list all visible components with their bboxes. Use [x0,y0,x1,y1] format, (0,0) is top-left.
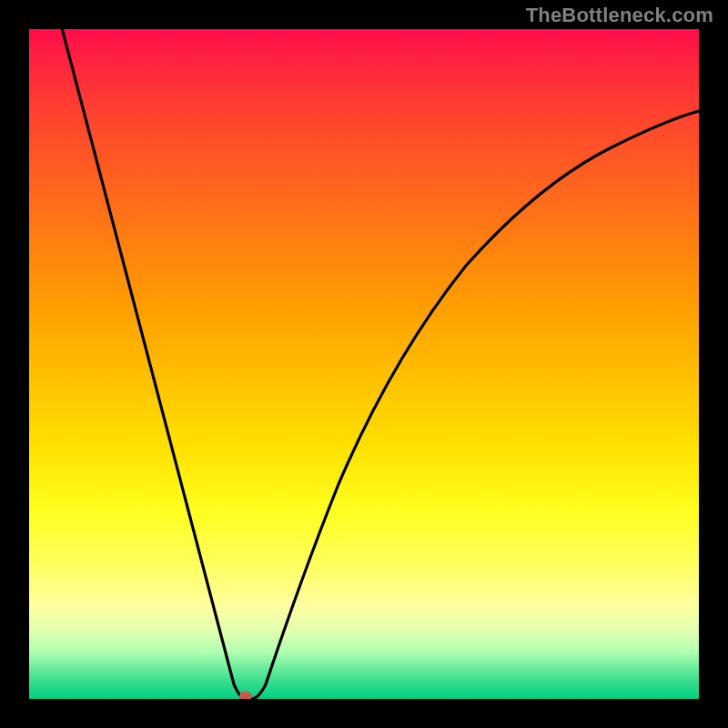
bottleneck-chart: TheBottleneck.com [0,0,728,728]
optimal-point-marker [239,692,252,700]
chart-svg [29,29,699,699]
plot-area [29,29,699,699]
bottleneck-curve [61,29,699,699]
watermark-text: TheBottleneck.com [526,4,713,27]
